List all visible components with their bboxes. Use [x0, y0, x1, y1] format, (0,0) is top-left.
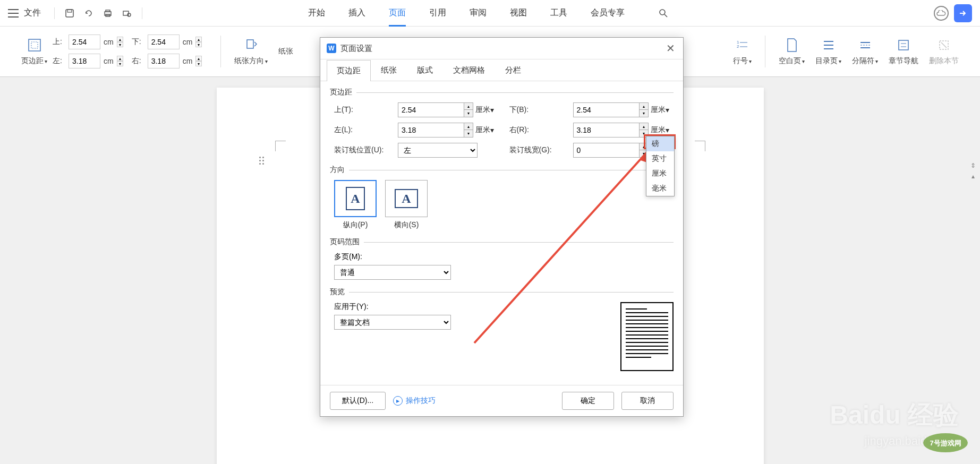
undo-icon[interactable]: [83, 8, 94, 19]
unit-option-inch[interactable]: 英寸: [646, 151, 674, 166]
spinner[interactable]: ▴▾: [640, 123, 649, 138]
dialog-tab-margins[interactable]: 页边距: [327, 60, 371, 81]
line-number-button[interactable]: 12 行号▾: [728, 37, 757, 66]
ok-button[interactable]: 确定: [562, 392, 614, 410]
tab-view[interactable]: 视图: [498, 0, 539, 27]
close-icon[interactable]: ✕: [664, 42, 677, 55]
top-margin-input[interactable]: [69, 35, 100, 49]
chapter-nav-button[interactable]: 章节导航: [883, 37, 924, 66]
unit-label: cm: [104, 38, 114, 46]
print-preview-icon[interactable]: [122, 8, 132, 19]
left-margin-input[interactable]: [69, 54, 100, 68]
toc-icon: [821, 37, 837, 53]
right-margin-input[interactable]: [148, 54, 180, 68]
save-icon[interactable]: [64, 8, 75, 19]
left-input[interactable]: [398, 123, 464, 138]
unit-option-mm[interactable]: 毫米: [646, 181, 674, 196]
margin-inputs: 上: cm ▴▾ 下: cm ▴▾ 左: cm ▴▾ 右: cm ▴▾: [53, 35, 202, 68]
unit-dropdown-trigger[interactable]: 厘米▾: [475, 105, 494, 115]
apply-select[interactable]: 整篇文档: [334, 315, 451, 330]
landscape-label: 横向(S): [394, 220, 419, 230]
portrait-icon: A: [334, 180, 377, 217]
top-toolbar: 文件 开始 插入 页面 引用 审阅 视图 工具 会员专享: [0, 0, 980, 27]
landscape-option[interactable]: A 横向(S): [385, 180, 428, 230]
spinner[interactable]: ▴▾: [464, 123, 473, 138]
orientation-icon: [243, 37, 259, 53]
dialog-titlebar[interactable]: W 页面设置 ✕: [320, 38, 683, 59]
unit-label: cm: [104, 57, 114, 65]
right-input[interactable]: [573, 123, 640, 138]
spinner[interactable]: ▴▾: [640, 102, 649, 117]
margins-button[interactable]: 页边距▾: [16, 37, 53, 66]
svg-point-7: [660, 10, 665, 15]
toc-page-button[interactable]: 目录页▾: [810, 37, 847, 66]
bottom-margin-input[interactable]: [148, 35, 180, 49]
top-margin-label: 上:: [53, 37, 66, 47]
top-label: 上(T):: [334, 105, 398, 115]
tips-link[interactable]: 操作技巧: [393, 396, 436, 406]
dialog-tab-grid[interactable]: 文档网格: [443, 59, 495, 81]
tab-reference[interactable]: 引用: [417, 0, 458, 27]
svg-rect-22: [899, 40, 908, 50]
menu-icon[interactable]: [8, 9, 19, 18]
unit-dropdown-trigger[interactable]: 厘米▾: [475, 125, 494, 135]
blank-page-button[interactable]: 空白页▾: [773, 37, 810, 66]
spinner[interactable]: ▴▾: [464, 102, 473, 117]
spinner[interactable]: ▴▾: [195, 37, 202, 47]
tab-tools[interactable]: 工具: [539, 0, 579, 27]
svg-line-26: [941, 42, 947, 48]
separator: [765, 36, 765, 67]
scroll-indicator[interactable]: ⇕▴: [968, 162, 978, 180]
main-tabs: 开始 插入 页面 引用 审阅 视图 工具 会员专享: [296, 0, 680, 27]
chapter-nav-label: 章节导航: [889, 56, 918, 66]
dialog-title: 页面设置: [340, 44, 372, 54]
landscape-icon: A: [385, 180, 428, 217]
cancel-button[interactable]: 取消: [621, 392, 674, 410]
paper-label: 纸张: [278, 47, 293, 56]
top-input[interactable]: [398, 102, 464, 117]
gutter-pos-label: 装订线位置(U):: [334, 145, 398, 155]
delete-section-button[interactable]: 删除本节: [924, 37, 964, 66]
tab-member[interactable]: 会员专享: [579, 0, 636, 27]
gutter-width-input[interactable]: [573, 143, 640, 158]
file-menu[interactable]: 文件: [24, 7, 41, 19]
unit-option-cm[interactable]: 厘米: [646, 166, 674, 181]
dialog-body: 页边距 上(T): ▴▾ 厘米▾ 下(B): ▴▾ 厘米▾ 左(L):: [320, 81, 683, 385]
paper-button[interactable]: 纸张: [273, 47, 299, 56]
spinner[interactable]: ▴▾: [195, 56, 202, 66]
search-icon[interactable]: [647, 0, 680, 27]
svg-rect-0: [66, 10, 73, 17]
dialog-tab-layout[interactable]: 版式: [407, 59, 443, 81]
svg-rect-11: [247, 40, 253, 48]
tab-page[interactable]: 页面: [377, 0, 417, 27]
svg-text:2: 2: [737, 44, 739, 49]
preview-thumbnail: [620, 302, 674, 371]
portrait-option[interactable]: A 纵向(P): [334, 180, 377, 230]
spinner[interactable]: ▴▾: [117, 37, 123, 47]
bottom-input[interactable]: [573, 102, 640, 117]
drag-handle-icon[interactable]: [259, 157, 264, 165]
spinner[interactable]: ▴▾: [117, 56, 123, 66]
page-range-legend: 页码范围: [330, 237, 674, 247]
dialog-tab-paper[interactable]: 纸张: [371, 59, 407, 81]
unit-option-point[interactable]: 磅: [646, 136, 674, 151]
unit-dropdown-trigger[interactable]: 厘米▾: [651, 105, 669, 115]
app-icon: W: [327, 44, 336, 53]
print-icon[interactable]: [103, 8, 113, 19]
tab-insert[interactable]: 插入: [337, 0, 377, 27]
default-button[interactable]: 默认(D)...: [330, 392, 386, 410]
cloud-icon[interactable]: [934, 6, 949, 21]
multi-select[interactable]: 普通: [334, 265, 451, 280]
dialog-tabs: 页边距 纸张 版式 文档网格 分栏: [320, 59, 683, 81]
dialog-tab-columns[interactable]: 分栏: [495, 59, 531, 81]
preview-fieldset: 预览 应用于(Y): 整篇文档: [330, 287, 674, 371]
separator-button[interactable]: 分隔符▾: [847, 37, 883, 66]
share-button[interactable]: [954, 4, 972, 22]
tab-start[interactable]: 开始: [296, 0, 337, 27]
page-corner: [275, 141, 286, 151]
orientation-button[interactable]: 纸张方向▾: [229, 37, 273, 66]
page-range-fieldset: 页码范围 多页(M): 普通: [330, 237, 674, 280]
tab-review[interactable]: 审阅: [458, 0, 498, 27]
unit-dropdown-trigger[interactable]: 厘米▾: [651, 125, 669, 135]
gutter-pos-select[interactable]: 左: [398, 143, 478, 158]
